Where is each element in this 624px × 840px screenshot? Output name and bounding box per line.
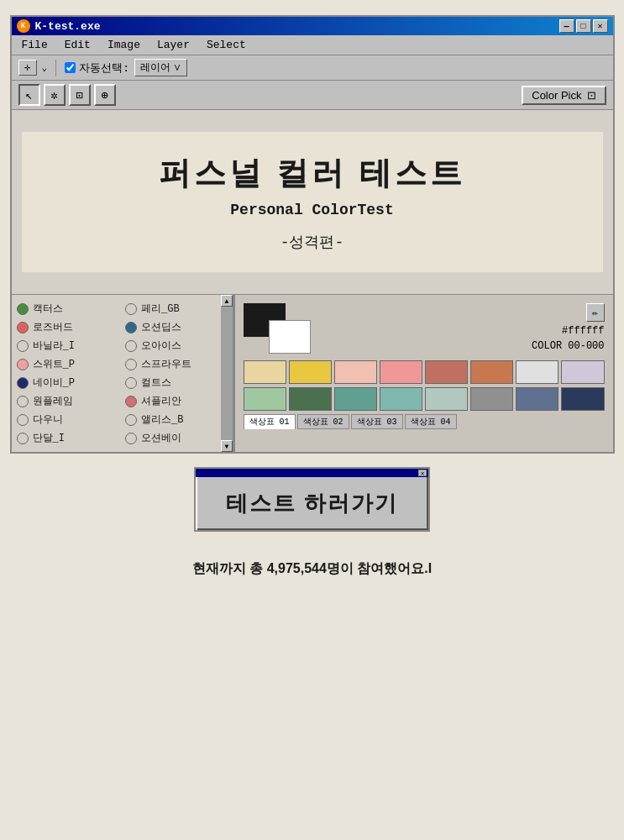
toolbar-separator <box>55 60 56 76</box>
color-list-item[interactable]: 오아이스 <box>125 339 228 353</box>
toolbar-dropdown-arrow[interactable]: ⌄ <box>42 62 48 73</box>
main-title-korean: 퍼스널 컬러 테스트 <box>47 152 578 195</box>
color-swatch[interactable] <box>561 360 604 384</box>
menu-image[interactable]: Image <box>104 38 144 52</box>
canvas-content: 퍼스널 컬러 테스트 Personal ColorTest -성격편- <box>22 132 603 272</box>
color-list-item[interactable]: 앨리스_B <box>125 412 228 427</box>
color-tab[interactable]: 색상표 04 <box>405 414 457 429</box>
color-dot <box>17 340 29 352</box>
color-list-item[interactable]: 다우니 <box>17 412 119 427</box>
color-swatch[interactable] <box>470 360 513 384</box>
color-pick-button[interactable]: Color Pick ⊡ <box>522 86 606 105</box>
color-dot <box>17 377 29 389</box>
canvas-area: 퍼스널 컬러 테스트 Personal ColorTest -성격편- <box>12 110 613 295</box>
color-tab[interactable]: 색상표 02 <box>297 414 349 429</box>
menu-bar: File Edit Image Layer Select <box>12 35 613 55</box>
color-item-label: 네이비_P <box>33 375 75 390</box>
menu-select[interactable]: Select <box>203 38 249 52</box>
title-bar-buttons: — □ ✕ <box>559 19 608 33</box>
color-swatch[interactable] <box>334 360 377 384</box>
color-item-label: 오아이스 <box>141 339 181 353</box>
color-dot <box>125 359 137 370</box>
color-code: COLOR 00-000 <box>532 340 604 352</box>
color-swatches-row2 <box>244 387 605 411</box>
color-swatch[interactable] <box>334 387 377 411</box>
color-list-item[interactable]: 셔플리안 <box>125 394 228 408</box>
layer-dropdown[interactable]: 레이어 ∨ <box>134 59 187 76</box>
test-close-icon[interactable]: ✕ <box>418 470 427 476</box>
arrow-tool-btn[interactable]: ↖ <box>18 84 40 106</box>
toolbar: ✛ ⌄ 자동선택: 레이어 ∨ <box>12 55 613 81</box>
color-item-label: 바닐라_I <box>33 339 75 353</box>
color-list-item[interactable]: 원플레임 <box>17 394 119 408</box>
color-swatch[interactable] <box>380 387 422 411</box>
color-dot <box>125 414 137 426</box>
color-dot <box>17 322 29 333</box>
scroll-track <box>221 307 233 440</box>
color-list-item[interactable]: 로즈버드 <box>17 320 119 334</box>
color-list-item[interactable]: 캑터스 <box>17 302 119 316</box>
test-button[interactable]: 테스트 하러가기 <box>196 477 428 530</box>
color-item-label: 셔플리안 <box>141 394 181 408</box>
scroll-up-arrow[interactable]: ▲ <box>221 295 233 307</box>
maximize-button[interactable]: □ <box>576 19 591 33</box>
color-list-item[interactable]: 오션딥스 <box>125 320 228 334</box>
target-tool-btn[interactable]: ⊕ <box>94 84 116 106</box>
minimize-button[interactable]: — <box>559 19 574 33</box>
color-dot <box>125 396 137 407</box>
color-preview-white <box>269 320 311 354</box>
crop-tool-btn[interactable]: ⊡ <box>69 84 91 106</box>
color-dot <box>17 359 29 370</box>
color-swatch[interactable] <box>561 387 604 411</box>
color-swatches-row1 <box>244 360 605 384</box>
color-list-item[interactable]: 페리_GB <box>125 302 228 316</box>
color-swatch[interactable] <box>289 387 332 411</box>
wand-tool-btn[interactable]: ✲ <box>44 84 66 106</box>
tools-left: ↖ ✲ ⊡ ⊕ <box>18 84 116 106</box>
color-list-item[interactable]: 바닐라_I <box>17 339 119 353</box>
color-swatch[interactable] <box>516 387 558 411</box>
color-list-item[interactable]: 스위트_P <box>17 357 119 371</box>
move-tool-btn[interactable]: ✛ <box>18 60 37 76</box>
test-button-titlebar: ✕ <box>196 469 428 477</box>
color-list-item[interactable]: 네이비_P <box>17 375 119 390</box>
color-item-label: 다우니 <box>33 412 63 427</box>
color-dot <box>17 303 29 315</box>
color-swatch[interactable] <box>470 387 513 411</box>
color-item-label: 컬트스 <box>141 375 171 390</box>
color-item-label: 단달_I <box>33 431 65 445</box>
menu-layer[interactable]: Layer <box>154 38 193 52</box>
color-swatch[interactable] <box>244 360 286 384</box>
color-preview-box <box>244 303 311 354</box>
test-button-window: ✕ 테스트 하러가기 <box>194 467 430 532</box>
color-dot <box>125 322 137 333</box>
close-button[interactable]: ✕ <box>593 19 608 33</box>
color-tab[interactable]: 색상표 03 <box>351 414 403 429</box>
color-item-label: 페리_GB <box>141 302 180 316</box>
menu-file[interactable]: File <box>18 38 51 52</box>
color-item-label: 오션베이 <box>141 431 181 445</box>
test-button-area: ✕ 테스트 하러가기 <box>194 467 430 532</box>
color-list-item[interactable]: 스프라우트 <box>125 357 228 371</box>
window-title: K-test.exe <box>35 20 101 33</box>
menu-edit[interactable]: Edit <box>61 38 94 52</box>
pencil-icon-button[interactable]: ✏ <box>586 303 605 322</box>
color-swatch[interactable] <box>380 360 422 384</box>
color-item-label: 스위트_P <box>33 357 75 371</box>
color-swatch[interactable] <box>289 360 332 384</box>
scroll-down-arrow[interactable]: ▼ <box>221 440 233 452</box>
color-swatch[interactable] <box>425 387 468 411</box>
color-list-item[interactable]: 컬트스 <box>125 375 228 390</box>
color-tab[interactable]: 색상표 01 <box>244 414 296 429</box>
color-list-item[interactable]: 단달_I <box>17 431 119 445</box>
color-swatch[interactable] <box>516 360 558 384</box>
color-info-right: ✏ #ffffff COLOR 00-000 <box>532 303 604 352</box>
color-swatch[interactable] <box>244 387 286 411</box>
title-bar-left: K K-test.exe <box>17 19 101 33</box>
color-pick-label: Color Pick <box>532 89 581 102</box>
color-preview-row: ✏ #ffffff COLOR 00-000 <box>244 303 605 354</box>
scrollbar: ▲ ▼ <box>221 295 233 452</box>
color-list-item[interactable]: 오션베이 <box>125 431 228 445</box>
color-swatch[interactable] <box>425 360 468 384</box>
auto-select-checkbox[interactable] <box>65 62 76 73</box>
